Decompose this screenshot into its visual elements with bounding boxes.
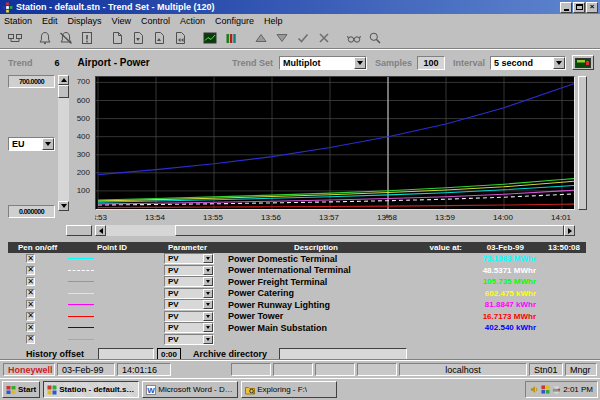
chevron-down-icon[interactable] (203, 335, 213, 344)
parameter-select[interactable]: PV (164, 311, 214, 322)
page-up-icon[interactable] (148, 29, 169, 47)
axis-min-field[interactable]: 0.000000 (8, 205, 55, 218)
close-button[interactable]: × (586, 2, 598, 13)
menu-item-control[interactable]: Control (141, 16, 170, 26)
printer-icon[interactable] (552, 385, 561, 394)
trend-set-label: Trend Set (232, 58, 273, 68)
parameter-select[interactable]: PV (164, 265, 214, 276)
maximize-button[interactable] (573, 2, 585, 13)
chevron-down-icon[interactable] (203, 254, 213, 263)
pen-checkbox[interactable]: ✕ (26, 312, 35, 321)
status-station: Stn01 (529, 363, 563, 376)
page-down-icon[interactable] (127, 29, 148, 47)
pen-checkbox[interactable]: ✕ (26, 289, 35, 298)
horizontal-scrollbar[interactable] (95, 225, 575, 236)
scrollbar-thumb[interactable] (175, 225, 564, 236)
cancel-icon[interactable] (313, 29, 334, 47)
status-host: localhost (399, 363, 527, 376)
group-display-icon[interactable] (220, 29, 241, 47)
taskbar-task-explorer[interactable]: Exploring - F:\ (241, 381, 337, 398)
scroll-right-button[interactable] (564, 225, 575, 236)
parameter-select[interactable]: PV (164, 334, 214, 345)
pen-checkbox[interactable]: ✕ (26, 254, 35, 263)
volume-icon[interactable] (530, 385, 539, 394)
page-back-icon[interactable] (169, 29, 190, 47)
raise-icon[interactable] (250, 29, 271, 47)
pen-current-value: 402.540 kWhr (410, 323, 580, 332)
page-icon[interactable] (106, 29, 127, 47)
parameter-select[interactable]: PV (164, 288, 214, 299)
lower-icon[interactable] (271, 29, 292, 47)
toolbar (0, 27, 600, 48)
pen-checkbox[interactable]: ✕ (26, 266, 35, 275)
chevron-down-icon[interactable] (203, 277, 213, 286)
station-icon[interactable] (4, 29, 25, 47)
samples-value[interactable]: 100 (417, 56, 445, 70)
menu-item-help[interactable]: Help (264, 16, 283, 26)
menu-item-edit[interactable]: Edit (42, 16, 58, 26)
parameter-value: PV (168, 335, 179, 344)
chevron-down-icon[interactable] (203, 312, 213, 321)
station-tray-icon[interactable] (541, 385, 550, 394)
pen-checkbox[interactable]: ✕ (26, 335, 35, 344)
alarm-disable-icon[interactable] (55, 29, 76, 47)
y-tick-label: 100 (77, 186, 90, 195)
status-empty-cell (231, 363, 271, 376)
zoom-find-icon[interactable] (364, 29, 385, 47)
trend-header: Trend 6 Airport - Power Trend Set Multip… (8, 54, 594, 71)
interval-select[interactable]: 5 second (490, 56, 566, 70)
arrow-right-icon (568, 228, 575, 234)
minimize-button[interactable] (560, 2, 572, 13)
start-button[interactable]: Start (2, 381, 40, 398)
x-tick-label: 13:55 (203, 213, 223, 222)
pen-description: Power International Terminal (222, 265, 410, 275)
menu-item-configure[interactable]: Configure (215, 16, 254, 26)
parameter-select[interactable]: PV (164, 276, 214, 287)
alarm-icon[interactable] (34, 29, 55, 47)
y-axis: 100200300400500600700 (66, 76, 92, 210)
pen-checkbox[interactable]: ✕ (26, 323, 35, 332)
snapshot-button[interactable] (572, 55, 594, 70)
status-date: 03-Feb-99 (57, 363, 115, 376)
pen-checkbox[interactable]: ✕ (26, 300, 35, 309)
trend-plot[interactable] (95, 76, 575, 210)
status-role: Mngr (565, 363, 597, 376)
trend-display-icon[interactable] (199, 29, 220, 47)
parameter-select[interactable]: PV (164, 299, 214, 310)
menu-item-displays[interactable]: Displays (68, 16, 102, 26)
menu-item-view[interactable]: View (112, 16, 131, 26)
right-slider[interactable] (578, 76, 587, 210)
trend-set-select[interactable]: Multiplot (279, 56, 367, 70)
chevron-down-icon[interactable] (203, 289, 213, 298)
unit-select[interactable]: EU (8, 137, 55, 151)
pen-color-sample (68, 316, 94, 317)
pen-description: Power Runway Lighting (222, 300, 410, 310)
chevron-down-icon[interactable] (203, 323, 213, 332)
menu-item-action[interactable]: Action (180, 16, 205, 26)
header-value-date: 03-Feb-99 (462, 243, 524, 252)
svg-text:W: W (147, 386, 155, 395)
chevron-down-icon[interactable] (203, 300, 213, 309)
accept-icon[interactable] (292, 29, 313, 47)
parameter-value: PV (168, 254, 179, 263)
chevron-down-icon[interactable] (42, 138, 54, 150)
pen-checkbox[interactable]: ✕ (26, 277, 35, 286)
view-glasses-icon[interactable] (343, 29, 364, 47)
parameter-select[interactable]: PV (164, 253, 214, 264)
chevron-down-icon[interactable] (354, 57, 366, 69)
y-tick-label: 400 (77, 132, 90, 141)
parameter-select[interactable]: PV (164, 322, 214, 333)
taskbar-task-station[interactable]: Station - default.stn -... (43, 381, 139, 398)
y-tick-label: 300 (77, 150, 90, 159)
chevron-down-icon[interactable] (203, 266, 213, 275)
chevron-down-icon[interactable] (553, 57, 565, 69)
alarm-message-icon[interactable] (76, 29, 97, 47)
cursor-marker-icon[interactable] (384, 211, 390, 218)
scroll-left-button[interactable] (95, 225, 106, 236)
taskbar-task-word[interactable]: WMicrosoft Word - Document1 (142, 381, 238, 398)
axis-max-field[interactable]: 700.0000 (8, 75, 55, 88)
pen-current-value: 16.7173 MWhr (410, 312, 580, 321)
menu-item-station[interactable]: Station (4, 16, 32, 26)
pen-color-sample (68, 327, 94, 328)
interval-value: 5 second (494, 58, 533, 68)
